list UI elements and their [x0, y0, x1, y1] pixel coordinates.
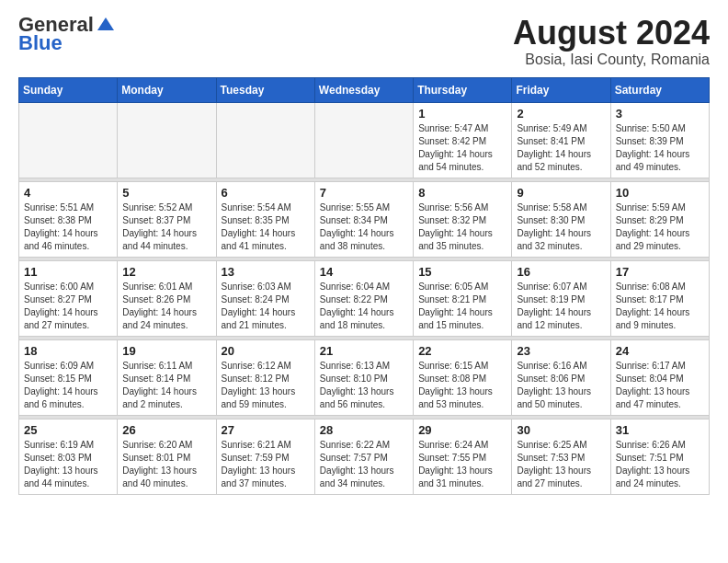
day-number: 9 — [517, 186, 605, 200]
day-cell: 23Sunrise: 6:16 AMSunset: 8:06 PMDayligh… — [512, 339, 610, 415]
day-cell: 8Sunrise: 5:56 AMSunset: 8:32 PMDaylight… — [414, 181, 512, 257]
logo-blue: Blue — [18, 31, 63, 55]
day-number: 5 — [122, 186, 210, 200]
day-info: Sunrise: 5:47 AMSunset: 8:42 PMDaylight:… — [418, 122, 506, 174]
day-cell: 2Sunrise: 5:49 AMSunset: 8:41 PMDaylight… — [512, 102, 610, 178]
day-number: 23 — [517, 344, 605, 358]
day-cell: 20Sunrise: 6:12 AMSunset: 8:12 PMDayligh… — [216, 339, 314, 415]
week-row-1: 1Sunrise: 5:47 AMSunset: 8:42 PMDaylight… — [19, 102, 710, 178]
day-number: 29 — [418, 423, 506, 437]
calendar-table: Sunday Monday Tuesday Wednesday Thursday… — [18, 77, 710, 495]
day-info: Sunrise: 6:12 AMSunset: 8:12 PMDaylight:… — [222, 360, 310, 411]
week-row-4: 18Sunrise: 6:09 AMSunset: 8:15 PMDayligh… — [19, 339, 710, 415]
day-cell: 14Sunrise: 6:04 AMSunset: 8:22 PMDayligh… — [314, 260, 413, 336]
header: General Blue August 2024 Bosia, Iasi Cou… — [18, 15, 710, 68]
header-tuesday: Tuesday — [216, 77, 314, 102]
day-number: 21 — [320, 344, 408, 358]
day-info: Sunrise: 5:51 AMSunset: 8:38 PMDaylight:… — [24, 201, 112, 253]
day-info: Sunrise: 5:56 AMSunset: 8:32 PMDaylight:… — [418, 201, 506, 253]
day-cell: 1Sunrise: 5:47 AMSunset: 8:42 PMDaylight… — [414, 102, 512, 178]
day-info: Sunrise: 6:04 AMSunset: 8:22 PMDaylight:… — [320, 281, 408, 332]
day-number: 26 — [122, 423, 210, 437]
day-number: 19 — [122, 344, 210, 358]
day-cell: 13Sunrise: 6:03 AMSunset: 8:24 PMDayligh… — [216, 260, 314, 336]
day-number: 3 — [616, 107, 704, 121]
day-number: 18 — [24, 344, 112, 358]
day-cell: 28Sunrise: 6:22 AMSunset: 7:57 PMDayligh… — [314, 419, 413, 494]
day-number: 2 — [517, 107, 605, 121]
day-number: 31 — [616, 423, 704, 437]
day-cell: 4Sunrise: 5:51 AMSunset: 8:38 PMDaylight… — [19, 181, 118, 257]
day-cell: 30Sunrise: 6:25 AMSunset: 7:53 PMDayligh… — [512, 419, 610, 494]
day-number: 27 — [222, 423, 310, 437]
day-info: Sunrise: 6:20 AMSunset: 8:01 PMDaylight:… — [122, 439, 210, 490]
day-number: 22 — [418, 344, 506, 358]
header-monday: Monday — [118, 77, 216, 102]
day-info: Sunrise: 6:00 AMSunset: 8:27 PMDaylight:… — [24, 281, 112, 332]
day-cell: 10Sunrise: 5:59 AMSunset: 8:29 PMDayligh… — [610, 181, 709, 257]
calendar-header-row: Sunday Monday Tuesday Wednesday Thursday… — [19, 77, 710, 102]
day-info: Sunrise: 6:03 AMSunset: 8:24 PMDaylight:… — [222, 281, 310, 332]
day-info: Sunrise: 6:13 AMSunset: 8:10 PMDaylight:… — [320, 360, 408, 411]
day-cell: 17Sunrise: 6:08 AMSunset: 8:17 PMDayligh… — [610, 260, 709, 336]
day-cell: 19Sunrise: 6:11 AMSunset: 8:14 PMDayligh… — [118, 339, 216, 415]
day-info: Sunrise: 6:24 AMSunset: 7:55 PMDaylight:… — [418, 439, 506, 490]
header-wednesday: Wednesday — [314, 77, 413, 102]
day-info: Sunrise: 6:22 AMSunset: 7:57 PMDaylight:… — [320, 439, 408, 490]
day-number: 14 — [320, 265, 408, 279]
week-row-3: 11Sunrise: 6:00 AMSunset: 8:27 PMDayligh… — [19, 260, 710, 336]
day-info: Sunrise: 6:19 AMSunset: 8:03 PMDaylight:… — [24, 439, 112, 490]
day-info: Sunrise: 6:21 AMSunset: 7:59 PMDaylight:… — [222, 439, 310, 490]
day-number: 17 — [616, 265, 704, 279]
day-cell: 5Sunrise: 5:52 AMSunset: 8:37 PMDaylight… — [118, 181, 216, 257]
logo-icon — [96, 14, 116, 34]
day-number: 25 — [24, 423, 112, 437]
header-sunday: Sunday — [19, 77, 118, 102]
day-info: Sunrise: 6:15 AMSunset: 8:08 PMDaylight:… — [418, 360, 506, 411]
day-number: 10 — [616, 186, 704, 200]
day-cell: 26Sunrise: 6:20 AMSunset: 8:01 PMDayligh… — [118, 419, 216, 494]
header-thursday: Thursday — [414, 77, 512, 102]
day-info: Sunrise: 6:17 AMSunset: 8:04 PMDaylight:… — [616, 360, 704, 411]
header-friday: Friday — [512, 77, 610, 102]
day-info: Sunrise: 6:07 AMSunset: 8:19 PMDaylight:… — [517, 281, 605, 332]
day-number: 12 — [122, 265, 210, 279]
day-cell — [314, 102, 413, 178]
day-cell: 7Sunrise: 5:55 AMSunset: 8:34 PMDaylight… — [314, 181, 413, 257]
day-cell: 24Sunrise: 6:17 AMSunset: 8:04 PMDayligh… — [610, 339, 709, 415]
day-info: Sunrise: 5:54 AMSunset: 8:35 PMDaylight:… — [222, 201, 310, 253]
calendar-subtitle: Bosia, Iasi County, Romania — [513, 52, 710, 68]
day-number: 16 — [517, 265, 605, 279]
day-info: Sunrise: 6:08 AMSunset: 8:17 PMDaylight:… — [616, 281, 704, 332]
day-info: Sunrise: 5:49 AMSunset: 8:41 PMDaylight:… — [517, 122, 605, 174]
day-info: Sunrise: 6:11 AMSunset: 8:14 PMDaylight:… — [122, 360, 210, 411]
day-cell: 21Sunrise: 6:13 AMSunset: 8:10 PMDayligh… — [314, 339, 413, 415]
day-info: Sunrise: 6:16 AMSunset: 8:06 PMDaylight:… — [517, 360, 605, 411]
day-cell: 29Sunrise: 6:24 AMSunset: 7:55 PMDayligh… — [414, 419, 512, 494]
day-info: Sunrise: 6:09 AMSunset: 8:15 PMDaylight:… — [24, 360, 112, 411]
day-number: 8 — [418, 186, 506, 200]
day-number: 28 — [320, 423, 408, 437]
day-cell: 6Sunrise: 5:54 AMSunset: 8:35 PMDaylight… — [216, 181, 314, 257]
day-info: Sunrise: 6:26 AMSunset: 7:51 PMDaylight:… — [616, 439, 704, 490]
calendar-title: August 2024 — [513, 15, 710, 52]
day-cell: 11Sunrise: 6:00 AMSunset: 8:27 PMDayligh… — [19, 260, 118, 336]
day-info: Sunrise: 5:58 AMSunset: 8:30 PMDaylight:… — [517, 201, 605, 253]
day-cell: 25Sunrise: 6:19 AMSunset: 8:03 PMDayligh… — [19, 419, 118, 494]
day-cell: 3Sunrise: 5:50 AMSunset: 8:39 PMDaylight… — [610, 102, 709, 178]
day-number: 11 — [24, 265, 112, 279]
day-info: Sunrise: 5:55 AMSunset: 8:34 PMDaylight:… — [320, 201, 408, 253]
day-cell — [118, 102, 216, 178]
day-info: Sunrise: 6:01 AMSunset: 8:26 PMDaylight:… — [122, 281, 210, 332]
day-number: 7 — [320, 186, 408, 200]
day-cell: 15Sunrise: 6:05 AMSunset: 8:21 PMDayligh… — [414, 260, 512, 336]
day-cell: 16Sunrise: 6:07 AMSunset: 8:19 PMDayligh… — [512, 260, 610, 336]
day-cell: 18Sunrise: 6:09 AMSunset: 8:15 PMDayligh… — [19, 339, 118, 415]
day-cell: 12Sunrise: 6:01 AMSunset: 8:26 PMDayligh… — [118, 260, 216, 336]
day-cell: 22Sunrise: 6:15 AMSunset: 8:08 PMDayligh… — [414, 339, 512, 415]
week-row-2: 4Sunrise: 5:51 AMSunset: 8:38 PMDaylight… — [19, 181, 710, 257]
day-number: 15 — [418, 265, 506, 279]
title-block: August 2024 Bosia, Iasi County, Romania — [513, 15, 710, 68]
day-number: 20 — [222, 344, 310, 358]
day-info: Sunrise: 6:25 AMSunset: 7:53 PMDaylight:… — [517, 439, 605, 490]
